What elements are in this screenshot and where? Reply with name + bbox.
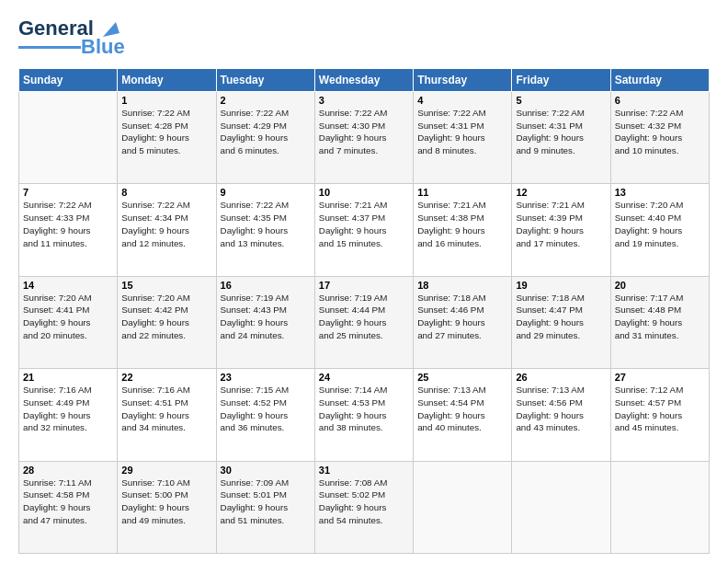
calendar-cell: 7Sunrise: 7:22 AMSunset: 4:33 PMDaylight… <box>19 184 118 276</box>
day-number: 12 <box>516 187 606 198</box>
day-number: 4 <box>417 95 507 106</box>
calendar-cell: 27Sunrise: 7:12 AMSunset: 4:57 PMDayligh… <box>610 369 709 461</box>
day-number: 26 <box>516 372 606 383</box>
calendar-cell: 24Sunrise: 7:14 AMSunset: 4:53 PMDayligh… <box>314 369 413 461</box>
day-number: 15 <box>121 280 211 291</box>
calendar-cell: 13Sunrise: 7:20 AMSunset: 4:40 PMDayligh… <box>610 184 709 276</box>
calendar-cell: 4Sunrise: 7:22 AMSunset: 4:31 PMDaylight… <box>414 92 512 184</box>
day-info: Sunrise: 7:20 AMSunset: 4:41 PMDaylight:… <box>23 292 113 342</box>
day-number: 18 <box>417 280 507 291</box>
day-number: 21 <box>23 372 113 383</box>
day-info: Sunrise: 7:17 AMSunset: 4:48 PMDaylight:… <box>615 292 705 342</box>
day-number: 3 <box>319 95 409 106</box>
calendar-header-friday: Friday <box>512 69 610 92</box>
calendar-cell: 12Sunrise: 7:21 AMSunset: 4:39 PMDayligh… <box>512 184 610 276</box>
calendar-cell: 16Sunrise: 7:19 AMSunset: 4:43 PMDayligh… <box>216 276 314 368</box>
day-number: 16 <box>221 280 311 291</box>
day-info: Sunrise: 7:22 AMSunset: 4:29 PMDaylight:… <box>221 107 311 157</box>
calendar-week-5: 28Sunrise: 7:11 AMSunset: 4:58 PMDayligh… <box>19 461 710 553</box>
day-number: 17 <box>319 280 409 291</box>
day-number: 30 <box>221 465 311 476</box>
day-info: Sunrise: 7:16 AMSunset: 4:51 PMDaylight:… <box>121 384 211 434</box>
day-info: Sunrise: 7:22 AMSunset: 4:34 PMDaylight:… <box>121 199 211 249</box>
day-info: Sunrise: 7:22 AMSunset: 4:31 PMDaylight:… <box>516 107 606 157</box>
day-info: Sunrise: 7:22 AMSunset: 4:28 PMDaylight:… <box>121 107 211 157</box>
calendar-cell <box>610 461 709 553</box>
page: General Blue SundayMondayTuesdayWednesda… <box>0 0 728 563</box>
day-number: 7 <box>23 187 113 198</box>
calendar-week-1: 1Sunrise: 7:22 AMSunset: 4:28 PMDaylight… <box>19 92 710 184</box>
day-info: Sunrise: 7:21 AMSunset: 4:39 PMDaylight:… <box>516 199 606 249</box>
calendar-header-thursday: Thursday <box>414 69 512 92</box>
day-number: 28 <box>23 465 113 476</box>
calendar-header-sunday: Sunday <box>19 69 118 92</box>
day-info: Sunrise: 7:13 AMSunset: 4:54 PMDaylight:… <box>417 384 507 434</box>
calendar-week-3: 14Sunrise: 7:20 AMSunset: 4:41 PMDayligh… <box>19 276 710 368</box>
day-number: 29 <box>121 465 211 476</box>
day-number: 19 <box>516 280 606 291</box>
day-number: 22 <box>121 372 211 383</box>
calendar-cell: 30Sunrise: 7:09 AMSunset: 5:01 PMDayligh… <box>216 461 314 553</box>
calendar-week-2: 7Sunrise: 7:22 AMSunset: 4:33 PMDaylight… <box>19 184 710 276</box>
day-info: Sunrise: 7:14 AMSunset: 4:53 PMDaylight:… <box>319 384 409 434</box>
day-number: 27 <box>615 372 705 383</box>
day-number: 24 <box>319 372 409 383</box>
calendar-cell: 23Sunrise: 7:15 AMSunset: 4:52 PMDayligh… <box>216 369 314 461</box>
day-number: 9 <box>221 187 311 198</box>
day-info: Sunrise: 7:10 AMSunset: 5:00 PMDaylight:… <box>121 477 211 527</box>
calendar-header-row: SundayMondayTuesdayWednesdayThursdayFrid… <box>19 69 710 92</box>
day-info: Sunrise: 7:16 AMSunset: 4:49 PMDaylight:… <box>23 384 113 434</box>
day-number: 6 <box>615 95 705 106</box>
calendar-cell: 17Sunrise: 7:19 AMSunset: 4:44 PMDayligh… <box>314 276 413 368</box>
calendar-cell: 11Sunrise: 7:21 AMSunset: 4:38 PMDayligh… <box>414 184 512 276</box>
day-info: Sunrise: 7:22 AMSunset: 4:30 PMDaylight:… <box>319 107 409 157</box>
day-number: 20 <box>615 280 705 291</box>
day-info: Sunrise: 7:21 AMSunset: 4:38 PMDaylight:… <box>417 199 507 249</box>
calendar-body: 1Sunrise: 7:22 AMSunset: 4:28 PMDaylight… <box>19 92 710 554</box>
calendar-cell: 1Sunrise: 7:22 AMSunset: 4:28 PMDaylight… <box>118 92 216 184</box>
header: General Blue <box>18 17 710 59</box>
day-info: Sunrise: 7:22 AMSunset: 4:33 PMDaylight:… <box>23 199 113 249</box>
day-info: Sunrise: 7:13 AMSunset: 4:56 PMDaylight:… <box>516 384 606 434</box>
day-number: 13 <box>615 187 705 198</box>
day-number: 1 <box>121 95 211 106</box>
day-info: Sunrise: 7:20 AMSunset: 4:40 PMDaylight:… <box>615 199 705 249</box>
calendar-cell: 6Sunrise: 7:22 AMSunset: 4:32 PMDaylight… <box>610 92 709 184</box>
day-info: Sunrise: 7:22 AMSunset: 4:31 PMDaylight:… <box>417 107 507 157</box>
day-info: Sunrise: 7:08 AMSunset: 5:02 PMDaylight:… <box>319 477 409 527</box>
day-info: Sunrise: 7:22 AMSunset: 4:35 PMDaylight:… <box>221 199 311 249</box>
calendar-cell: 19Sunrise: 7:18 AMSunset: 4:47 PMDayligh… <box>512 276 610 368</box>
day-info: Sunrise: 7:19 AMSunset: 4:44 PMDaylight:… <box>319 292 409 342</box>
day-number: 10 <box>319 187 409 198</box>
calendar-header-monday: Monday <box>118 69 216 92</box>
calendar-header-saturday: Saturday <box>610 69 709 92</box>
calendar-week-4: 21Sunrise: 7:16 AMSunset: 4:49 PMDayligh… <box>19 369 710 461</box>
calendar-cell: 14Sunrise: 7:20 AMSunset: 4:41 PMDayligh… <box>19 276 118 368</box>
calendar-cell: 5Sunrise: 7:22 AMSunset: 4:31 PMDaylight… <box>512 92 610 184</box>
calendar-cell: 3Sunrise: 7:22 AMSunset: 4:30 PMDaylight… <box>314 92 413 184</box>
calendar-cell: 20Sunrise: 7:17 AMSunset: 4:48 PMDayligh… <box>610 276 709 368</box>
calendar-cell: 26Sunrise: 7:13 AMSunset: 4:56 PMDayligh… <box>512 369 610 461</box>
day-info: Sunrise: 7:20 AMSunset: 4:42 PMDaylight:… <box>121 292 211 342</box>
day-number: 25 <box>417 372 507 383</box>
logo: General Blue <box>18 17 125 59</box>
day-info: Sunrise: 7:18 AMSunset: 4:46 PMDaylight:… <box>417 292 507 342</box>
calendar-table: SundayMondayTuesdayWednesdayThursdayFrid… <box>18 68 710 554</box>
calendar-header-tuesday: Tuesday <box>216 69 314 92</box>
day-number: 31 <box>319 465 409 476</box>
calendar-cell <box>19 92 118 184</box>
calendar-cell: 9Sunrise: 7:22 AMSunset: 4:35 PMDaylight… <box>216 184 314 276</box>
day-number: 23 <box>221 372 311 383</box>
calendar-cell: 15Sunrise: 7:20 AMSunset: 4:42 PMDayligh… <box>118 276 216 368</box>
calendar-cell: 18Sunrise: 7:18 AMSunset: 4:46 PMDayligh… <box>414 276 512 368</box>
day-info: Sunrise: 7:09 AMSunset: 5:01 PMDaylight:… <box>221 477 311 527</box>
day-info: Sunrise: 7:15 AMSunset: 4:52 PMDaylight:… <box>221 384 311 434</box>
day-number: 2 <box>221 95 311 106</box>
day-info: Sunrise: 7:18 AMSunset: 4:47 PMDaylight:… <box>516 292 606 342</box>
calendar-cell: 31Sunrise: 7:08 AMSunset: 5:02 PMDayligh… <box>314 461 413 553</box>
calendar-cell: 2Sunrise: 7:22 AMSunset: 4:29 PMDaylight… <box>216 92 314 184</box>
calendar-cell: 10Sunrise: 7:21 AMSunset: 4:37 PMDayligh… <box>314 184 413 276</box>
calendar-header-wednesday: Wednesday <box>314 69 413 92</box>
day-info: Sunrise: 7:12 AMSunset: 4:57 PMDaylight:… <box>615 384 705 434</box>
day-number: 5 <box>516 95 606 106</box>
